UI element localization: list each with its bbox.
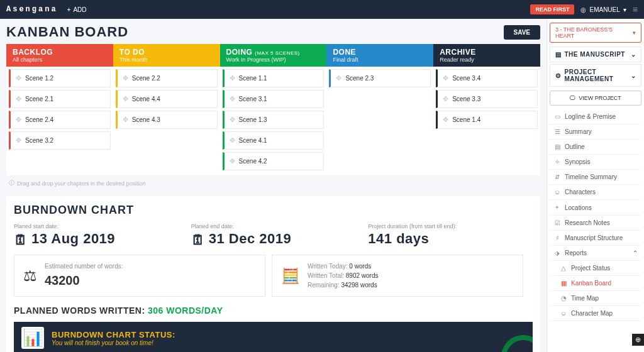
chevron-down-icon: ⌄ (631, 51, 636, 58)
column-title: DONE (333, 48, 427, 57)
nav-structure[interactable]: ♯Manuscript Structure (550, 231, 641, 246)
plus-icon: + (67, 6, 71, 13)
corner-badge[interactable]: ⊕ (632, 334, 644, 346)
card-title: Scene 4.2 (239, 158, 267, 165)
nav-kanban-board[interactable]: ▦Kanban Board (550, 276, 641, 291)
chevron-down-icon: ▾ (623, 6, 626, 13)
nav-locations[interactable]: ⌖Locations (550, 200, 641, 216)
card-title: Scene 3.2 (25, 137, 53, 144)
card-icon: ▭ (553, 113, 561, 120)
grip-icon: ✥ (230, 116, 235, 124)
chevron-down-icon: ▾ (633, 30, 636, 36)
column-backlog: BACKLOGAll chapters ✥Scene 1.2✥Scene 2.1… (6, 44, 113, 175)
info-icon: ⓘ (9, 179, 14, 187)
grip-icon: ✥ (443, 74, 448, 82)
card-title: Scene 3.3 (452, 96, 480, 102)
card-title: Scene 2.3 (345, 75, 374, 82)
grip-icon: ✥ (123, 116, 128, 124)
person-icon: ☺ (553, 189, 561, 195)
column-subtitle: Reader ready (440, 57, 534, 63)
page-title: KANBAN BOARD (6, 24, 128, 40)
kanban-card[interactable]: ✥Scene 2.2 (116, 69, 218, 87)
card-title: Scene 3.1 (239, 96, 267, 102)
kanban-card[interactable]: ✥Scene 1.4 (436, 111, 538, 129)
topbar: Asengana +ADD READ FIRST ◎EMANUEL▾ ≡ (0, 0, 644, 19)
nav-summary[interactable]: ☰Summary (550, 124, 641, 140)
card-title: Scene 4.4 (132, 96, 160, 102)
board-icon: ▦ (560, 280, 567, 287)
grip-icon: ✥ (16, 74, 21, 82)
chart-icon: ⬗ (553, 250, 561, 256)
kanban-card[interactable]: ✥Scene 1.2 (9, 69, 111, 87)
calendar-icon: 🗓 (191, 232, 205, 246)
grip-icon: ✥ (230, 157, 235, 165)
clock-icon: ◔ (560, 295, 567, 302)
accordion-manuscript[interactable]: ▤THE MANUSCRIPT⌄ (550, 47, 641, 62)
kanban-card[interactable]: ✥Scene 4.3 (116, 111, 218, 129)
display-icon: 🖵 (570, 95, 575, 101)
nav-outline[interactable]: ▤Outline (550, 140, 641, 155)
column-done: DONEFinal draft ✥Scene 2.3 (326, 44, 433, 175)
map-icon: ☺ (560, 310, 567, 317)
logo: Asengana (6, 5, 58, 14)
grip-icon: ✥ (16, 136, 21, 145)
view-project-button[interactable]: 🖵VIEW PROJECT (550, 91, 641, 106)
kanban-card[interactable]: ✥Scene 2.1 (9, 90, 111, 108)
nav-research[interactable]: ☑Research Notes (550, 216, 641, 231)
outline-icon: ▤ (553, 143, 561, 150)
user-menu[interactable]: ◎EMANUEL▾ (580, 6, 626, 13)
nav-reports[interactable]: ⬗Reports⌃ (550, 246, 641, 261)
kanban-card[interactable]: ✥Scene 1.1 (223, 69, 325, 87)
project-selector[interactable]: 3 - THE BARONESS'S HEART▾ (550, 23, 641, 43)
list-icon: ☰ (553, 128, 561, 135)
grip-icon: ✥ (16, 95, 21, 103)
graph-icon: ✧ (553, 158, 561, 165)
box-written-stats: 🧮 Written Today: 0 words Written Total: … (272, 255, 523, 297)
decorative-ring (501, 335, 533, 352)
user-icon: ◎ (580, 6, 586, 13)
accordion-project-management[interactable]: ⚙PROJECT MANAGEMENT⌄ (550, 64, 641, 87)
nav-time-map[interactable]: ◔Time Map (550, 291, 641, 306)
kanban-card[interactable]: ✥Scene 4.1 (223, 131, 325, 150)
kanban-card[interactable]: ✥Scene 3.4 (436, 69, 538, 87)
drag-hint: ⓘDrag and drop your chapters in the desi… (6, 175, 540, 191)
stat-duration: Project duration (from start till end): … (368, 223, 533, 247)
card-title: Scene 3.4 (452, 75, 480, 82)
section-title: BURNDOWN CHART (14, 204, 533, 217)
kanban-card[interactable]: ✥Scene 3.1 (223, 90, 325, 108)
nav-character-map[interactable]: ☺Character Map (550, 306, 641, 321)
book-icon: ▤ (555, 51, 562, 58)
column-doing: DOING (MAX 5 SCENES)Work In Progress (WI… (220, 44, 327, 175)
save-button[interactable]: SAVE (504, 25, 541, 40)
grip-icon: ✥ (443, 95, 448, 103)
column-subtitle: All chapters (13, 57, 107, 63)
kanban-card[interactable]: ✥Scene 4.2 (223, 152, 325, 170)
kanban-card[interactable]: ✥Scene 2.3 (329, 69, 431, 87)
sidebar: 3 - THE BARONESS'S HEART▾ ▤THE MANUSCRIP… (547, 19, 644, 352)
column-title: DOING (MAX 5 SCENES) (226, 48, 321, 57)
add-button[interactable]: +ADD (67, 6, 87, 13)
column-todo: TO DOThis month ✥Scene 2.2✥Scene 4.4✥Sce… (113, 44, 220, 175)
kanban-card[interactable]: ✥Scene 2.4 (9, 111, 111, 129)
grip-icon: ✥ (443, 116, 448, 124)
nav-project-status[interactable]: △Project Status (550, 261, 641, 276)
chevron-down-icon: ⌄ (631, 72, 636, 79)
grip-icon: ✥ (230, 95, 235, 103)
card-title: Scene 2.2 (132, 75, 160, 82)
kanban-board: BACKLOGAll chapters ✥Scene 1.2✥Scene 2.1… (6, 44, 540, 175)
grip-icon: ✥ (123, 95, 128, 103)
card-title: Scene 1.1 (239, 75, 267, 82)
nav-synopsis[interactable]: ✧Synopsis (550, 155, 641, 170)
grip-icon: ✥ (16, 116, 21, 124)
kanban-card[interactable]: ✥Scene 3.2 (9, 131, 111, 150)
nav-characters[interactable]: ☺Characters (550, 185, 641, 200)
kanban-card[interactable]: ✥Scene 3.3 (436, 90, 538, 108)
read-first-button[interactable]: READ FIRST (530, 4, 574, 14)
kanban-card[interactable]: ✥Scene 4.4 (116, 90, 218, 108)
hamburger-icon[interactable]: ≡ (633, 4, 638, 14)
nav-logline[interactable]: ▭Logline & Premise (550, 109, 641, 124)
kanban-card[interactable]: ✥Scene 1.3 (223, 111, 325, 129)
card-title: Scene 4.1 (239, 137, 267, 144)
card-title: Scene 1.2 (25, 75, 53, 82)
nav-timeline[interactable]: ⇵Timeline Summary (550, 170, 641, 185)
